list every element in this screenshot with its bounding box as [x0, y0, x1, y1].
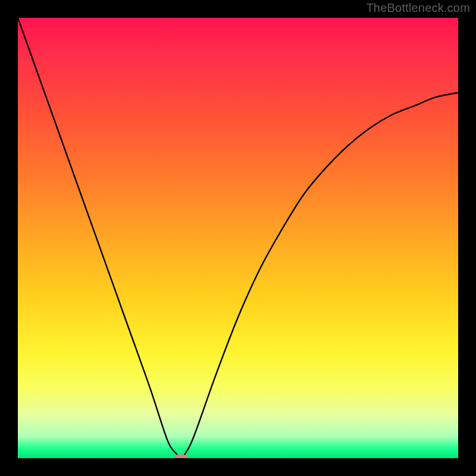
chart-frame: TheBottleneck.com [0, 0, 476, 476]
bottleneck-line-chart [18, 18, 458, 458]
plot-area [18, 18, 458, 458]
curve-path [18, 18, 458, 458]
optimal-point-marker [174, 455, 187, 458]
watermark-text: TheBottleneck.com [366, 1, 470, 15]
